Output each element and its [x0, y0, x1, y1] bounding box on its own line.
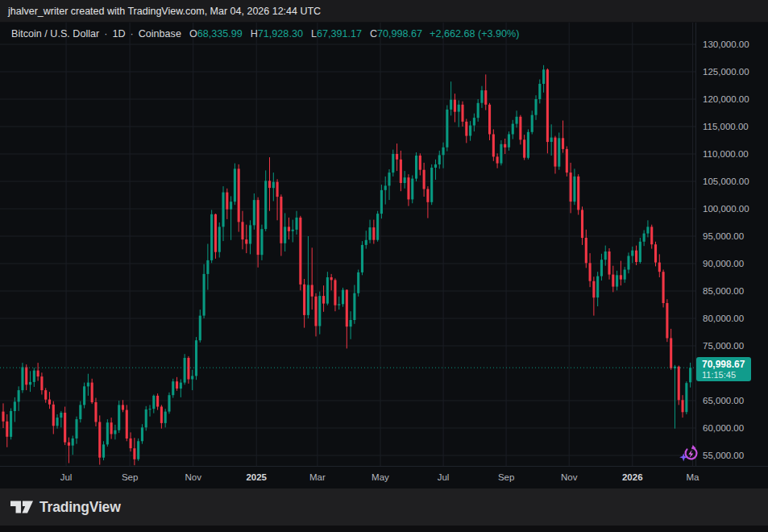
current-price-value: 70,998.67 [702, 359, 751, 370]
price-axis-label: 100,000.00 [703, 202, 749, 215]
time-axis-label: 2025 [246, 472, 267, 482]
chart-area[interactable]: Bitcoin / U.S. Dollar·1D·CoinbaseO68,335… [0, 23, 695, 466]
bottom-strip [0, 526, 768, 532]
price-axis-label: 105,000.00 [703, 175, 749, 188]
price-axis-label: 55,000.00 [703, 449, 744, 462]
time-axis-label: Ma [686, 472, 699, 482]
time-axis-label: Mar [309, 472, 326, 482]
price-axis-label: 110,000.00 [703, 148, 749, 160]
price-axis-label: 95,000.00 [703, 230, 744, 243]
time-axis-label: Nov [561, 472, 577, 482]
attribution-bar: jhalver_writer created with TradingView.… [0, 0, 768, 23]
time-axis-label: May [372, 472, 389, 482]
exchange-label[interactable]: Coinbase [139, 28, 181, 39]
price-axis-label: 85,000.00 [703, 285, 744, 297]
time-axis-label: Sep [122, 472, 138, 482]
time-axis-label: Sep [498, 472, 514, 482]
price-axis-label: 115,000.00 [703, 120, 749, 133]
ohlc-value: 67,391.17 [317, 28, 362, 39]
ohlc-value: 71,928.30 [258, 28, 303, 39]
tradingview-snapshot: jhalver_writer created with TradingView.… [0, 0, 768, 532]
ohlc-letter: L [311, 28, 317, 39]
tradingview-logo[interactable] [10, 501, 33, 513]
ohlc-values: O68,335.99H71,928.30L67,391.17C70,998.67 [181, 28, 422, 39]
attribution-text: jhalver_writer created with TradingView.… [8, 6, 321, 17]
price-axis-label: 90,000.00 [703, 257, 744, 270]
price-axis-label: 80,000.00 [703, 312, 744, 325]
symbol-title[interactable]: Bitcoin / U.S. Dollar [11, 28, 99, 39]
time-axis-label: 2026 [622, 472, 643, 482]
ohlc-letter: O [189, 28, 197, 39]
bar-countdown: 11:15:45 [702, 370, 751, 380]
time-axis[interactable]: JulSepNov2025MarMayJulSepNov2026Ma [0, 466, 768, 488]
legend-separator: · [104, 28, 107, 39]
price-axis-label: 125,000.00 [703, 65, 749, 78]
price-axis-label: 120,000.00 [703, 93, 749, 106]
change-value: +2,662.68 (+3.90%) [430, 28, 519, 39]
sparkle-refresh-icon[interactable] [679, 443, 701, 464]
time-axis-label: Jul [60, 472, 73, 482]
interval-label[interactable]: 1D [112, 28, 125, 39]
legend-separator: · [131, 28, 134, 39]
price-axis-label: 60,000.00 [703, 422, 744, 434]
time-axis-label: Nov [185, 472, 201, 482]
footer-bar: TradingView [0, 488, 768, 526]
current-price-tag: 70,998.67 11:15:45 [696, 357, 751, 381]
price-axis-label: 75,000.00 [703, 339, 744, 352]
candlestick-chart[interactable] [0, 23, 695, 466]
price-axis-label: 65,000.00 [703, 394, 744, 407]
chart-main: Bitcoin / U.S. Dollar·1D·CoinbaseO68,335… [0, 23, 768, 466]
price-axis-label: 130,000.00 [703, 38, 749, 51]
time-axis-label: Jul [438, 472, 450, 482]
ohlc-value: 68,335.99 [197, 28, 243, 39]
chart-legend: Bitcoin / U.S. Dollar·1D·CoinbaseO68,335… [11, 28, 519, 39]
price-axis[interactable]: 70,998.67 11:15:45 130,000.00125,000.001… [695, 23, 768, 466]
ohlc-value: 70,998.67 [377, 28, 422, 39]
ohlc-letter: C [370, 28, 377, 39]
tradingview-wordmark[interactable]: TradingView [39, 499, 121, 516]
ohlc-letter: H [251, 28, 258, 39]
